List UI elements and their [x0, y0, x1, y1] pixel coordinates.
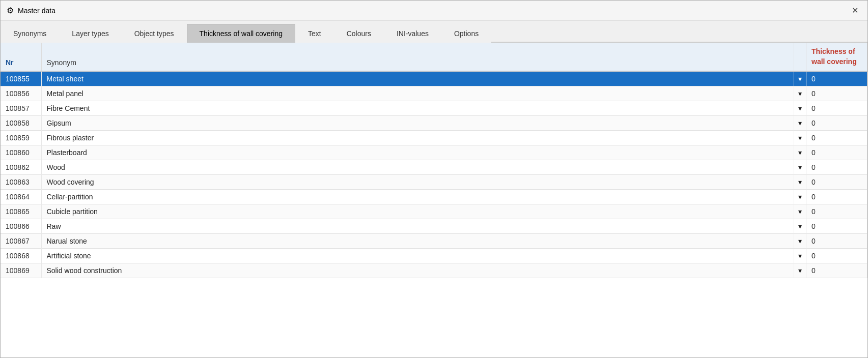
- cell-synonym: Metal sheet: [41, 71, 794, 86]
- cell-nr: 100862: [1, 160, 41, 175]
- table-row[interactable]: 100867Narual stone▾0: [1, 234, 867, 249]
- title-bar: ⚙ Master data ✕: [1, 1, 867, 21]
- cell-thickness-value: 0: [806, 249, 867, 263]
- gear-icon: ⚙: [7, 6, 14, 15]
- cell-thickness-value: 0: [806, 86, 867, 101]
- table-row[interactable]: 100865Cubicle partition▾0: [1, 204, 867, 219]
- cell-dropdown[interactable]: ▾: [794, 86, 806, 101]
- cell-nr: 100858: [1, 116, 41, 131]
- table-row[interactable]: 100857Fibre Cement▾0: [1, 101, 867, 116]
- cell-dropdown[interactable]: ▾: [794, 249, 806, 263]
- col-header-dropdown-spacer: [794, 43, 806, 71]
- cell-thickness-value: 0: [806, 204, 867, 219]
- table-row[interactable]: 100869Solid wood construction▾0: [1, 263, 867, 278]
- cell-dropdown[interactable]: ▾: [794, 145, 806, 160]
- table-row[interactable]: 100858Gipsum▾0: [1, 116, 867, 131]
- col-header-thickness: Thickness of wall covering: [806, 43, 867, 71]
- cell-dropdown[interactable]: ▾: [794, 71, 806, 86]
- tab-text[interactable]: Text: [295, 24, 334, 43]
- window-title: Master data: [18, 7, 55, 15]
- cell-synonym: Gipsum: [41, 116, 794, 131]
- cell-nr: 100868: [1, 249, 41, 263]
- table-header-row: Nr Synonym Thickness of wall covering: [1, 43, 867, 71]
- close-button[interactable]: ✕: [849, 5, 861, 16]
- cell-synonym: Fibrous plaster: [41, 131, 794, 145]
- table-row[interactable]: 100856Metal panel▾0: [1, 86, 867, 101]
- cell-thickness-value: 0: [806, 131, 867, 145]
- table-row[interactable]: 100862Wood▾0: [1, 160, 867, 175]
- cell-nr: 100866: [1, 219, 41, 234]
- cell-synonym: Plasterboard: [41, 145, 794, 160]
- cell-dropdown[interactable]: ▾: [794, 175, 806, 190]
- cell-dropdown[interactable]: ▾: [794, 131, 806, 145]
- cell-nr: 100864: [1, 190, 41, 204]
- tab-options[interactable]: Options: [441, 24, 491, 43]
- cell-synonym: Narual stone: [41, 234, 794, 249]
- cell-dropdown[interactable]: ▾: [794, 190, 806, 204]
- table-row[interactable]: 100860Plasterboard▾0: [1, 145, 867, 160]
- cell-dropdown[interactable]: ▾: [794, 160, 806, 175]
- cell-synonym: Wood: [41, 160, 794, 175]
- cell-nr: 100867: [1, 234, 41, 249]
- table-row[interactable]: 100855Metal sheet▾0: [1, 71, 867, 86]
- table-row[interactable]: 100859Fibrous plaster▾0: [1, 131, 867, 145]
- main-content: Nr Synonym Thickness of wall covering 10…: [1, 43, 867, 357]
- cell-nr: 100855: [1, 71, 41, 86]
- cell-thickness-value: 0: [806, 160, 867, 175]
- cell-synonym: Raw: [41, 219, 794, 234]
- cell-dropdown[interactable]: ▾: [794, 116, 806, 131]
- cell-synonym: Metal panel: [41, 86, 794, 101]
- cell-synonym: Wood covering: [41, 175, 794, 190]
- cell-dropdown[interactable]: ▾: [794, 263, 806, 278]
- table-row[interactable]: 100864Cellar-partition▾0: [1, 190, 867, 204]
- tab-thickness[interactable]: Thickness of wall covering: [187, 24, 295, 43]
- cell-dropdown[interactable]: ▾: [794, 101, 806, 116]
- title-bar-left: ⚙ Master data: [7, 6, 55, 15]
- tab-bar: Synonyms Layer types Object types Thickn…: [1, 21, 867, 43]
- col-header-synonym: Synonym: [41, 43, 794, 71]
- cell-synonym: Artificial stone: [41, 249, 794, 263]
- table-row[interactable]: 100863Wood covering▾0: [1, 175, 867, 190]
- table-body: 100855Metal sheet▾0100856Metal panel▾010…: [1, 71, 867, 278]
- cell-thickness-value: 0: [806, 219, 867, 234]
- cell-thickness-value: 0: [806, 175, 867, 190]
- tab-object-types[interactable]: Object types: [122, 24, 187, 43]
- cell-nr: 100869: [1, 263, 41, 278]
- cell-synonym: Cellar-partition: [41, 190, 794, 204]
- cell-thickness-value: 0: [806, 145, 867, 160]
- tab-colours[interactable]: Colours: [334, 24, 384, 43]
- table-row[interactable]: 100866Raw▾0: [1, 219, 867, 234]
- cell-nr: 100865: [1, 204, 41, 219]
- col-header-nr: Nr: [1, 43, 41, 71]
- master-data-window: ⚙ Master data ✕ Synonyms Layer types Obj…: [0, 0, 868, 358]
- cell-nr: 100859: [1, 131, 41, 145]
- cell-thickness-value: 0: [806, 234, 867, 249]
- cell-thickness-value: 0: [806, 190, 867, 204]
- data-table: Nr Synonym Thickness of wall covering 10…: [1, 43, 867, 278]
- tab-synonyms[interactable]: Synonyms: [1, 24, 59, 43]
- cell-nr: 100857: [1, 101, 41, 116]
- cell-dropdown[interactable]: ▾: [794, 204, 806, 219]
- table-container[interactable]: Nr Synonym Thickness of wall covering 10…: [1, 43, 867, 357]
- cell-thickness-value: 0: [806, 101, 867, 116]
- cell-synonym: Cubicle partition: [41, 204, 794, 219]
- cell-synonym: Solid wood construction: [41, 263, 794, 278]
- table-row[interactable]: 100868Artificial stone▾0: [1, 249, 867, 263]
- cell-nr: 100856: [1, 86, 41, 101]
- cell-thickness-value: 0: [806, 116, 867, 131]
- cell-synonym: Fibre Cement: [41, 101, 794, 116]
- tab-layer-types[interactable]: Layer types: [59, 24, 121, 43]
- cell-nr: 100860: [1, 145, 41, 160]
- cell-dropdown[interactable]: ▾: [794, 219, 806, 234]
- cell-dropdown[interactable]: ▾: [794, 234, 806, 249]
- cell-thickness-value: 0: [806, 263, 867, 278]
- cell-thickness-value: 0: [806, 71, 867, 86]
- cell-nr: 100863: [1, 175, 41, 190]
- tab-ini-values[interactable]: INI-values: [384, 24, 441, 43]
